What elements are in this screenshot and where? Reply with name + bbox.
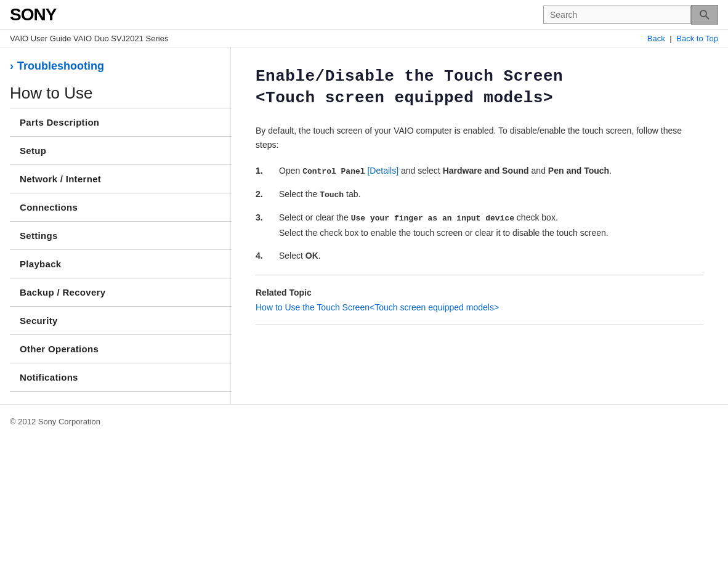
- hardware-sound-label: Hardware and Sound: [443, 166, 529, 176]
- sidebar-item-playback[interactable]: Playback: [10, 250, 230, 278]
- nav-links: Back | Back to Top: [647, 34, 718, 43]
- content-divider-1: [256, 275, 703, 275]
- sidebar-item-security[interactable]: Security: [10, 307, 230, 334]
- step-2-text: Select the Touch tab.: [279, 187, 703, 202]
- search-area: [543, 5, 718, 25]
- subheader: VAIO User Guide VAIO Duo SVJ2021 Series …: [0, 30, 728, 47]
- step-2-num: 2.: [256, 187, 273, 202]
- article-intro: By default, the touch screen of your VAI…: [256, 124, 703, 152]
- sidebar: › Troubleshooting How to Use Parts Descr…: [0, 47, 231, 404]
- troubleshooting-arrow-icon: ›: [10, 60, 14, 73]
- related-topic-link[interactable]: How to Use the Touch Screen<Touch screen…: [256, 302, 499, 312]
- guide-title: VAIO User Guide VAIO Duo SVJ2021 Series: [10, 34, 168, 43]
- main-content: Enable/Disable the Touch Screen<Touch sc…: [231, 47, 728, 404]
- sidebar-divider: [10, 391, 232, 392]
- copyright: © 2012 Sony Corporation: [10, 417, 100, 426]
- ok-label: OK: [305, 251, 318, 261]
- control-panel-label: Control Panel: [302, 167, 365, 176]
- step-3-num: 3.: [256, 211, 273, 240]
- troubleshooting-section: › Troubleshooting: [10, 60, 230, 73]
- sidebar-item-setup[interactable]: Setup: [10, 137, 230, 164]
- sony-logo: SONY: [10, 5, 56, 25]
- back-to-top-link[interactable]: Back to Top: [676, 34, 718, 43]
- step-3: 3. Select or clear the Use your finger a…: [256, 211, 703, 240]
- step-1-text: Open Control Panel [Details] and select …: [279, 164, 703, 179]
- sidebar-item-notifications[interactable]: Notifications: [10, 363, 230, 391]
- step-4-text: Select OK.: [279, 249, 703, 262]
- step-4-num: 4.: [256, 249, 273, 262]
- steps-list: 1. Open Control Panel [Details] and sele…: [256, 164, 703, 262]
- sidebar-item-parts-description[interactable]: Parts Description: [10, 108, 230, 136]
- sidebar-item-settings[interactable]: Settings: [10, 222, 230, 249]
- step-2: 2. Select the Touch tab.: [256, 187, 703, 202]
- touch-tab-label: Touch: [320, 190, 344, 200]
- details-link[interactable]: [Details]: [367, 166, 398, 176]
- step-3-sub: Select the check box to enable the touch…: [279, 226, 703, 240]
- sidebar-item-network-internet[interactable]: Network / Internet: [10, 165, 230, 193]
- step-1-num: 1.: [256, 164, 273, 179]
- svg-point-0: [700, 10, 706, 17]
- article-title: Enable/Disable the Touch Screen<Touch sc…: [256, 66, 703, 109]
- sidebar-item-backup-recovery[interactable]: Backup / Recovery: [10, 278, 230, 306]
- step-3-text: Select or clear the Use your finger as a…: [279, 211, 703, 240]
- nav-separator: |: [669, 34, 671, 43]
- search-button[interactable]: [691, 5, 718, 25]
- header: SONY: [0, 0, 728, 30]
- troubleshooting-title[interactable]: Troubleshooting: [17, 60, 104, 73]
- pen-touch-label: Pen and Touch: [548, 166, 609, 176]
- search-icon: [699, 9, 710, 20]
- how-to-use-heading: How to Use: [10, 84, 230, 103]
- back-link[interactable]: Back: [647, 34, 665, 43]
- content-divider-2: [256, 325, 703, 325]
- layout: › Troubleshooting How to Use Parts Descr…: [0, 47, 728, 404]
- related-topic-label: Related Topic: [256, 288, 703, 297]
- search-input[interactable]: [543, 6, 691, 24]
- sidebar-item-connections[interactable]: Connections: [10, 193, 230, 221]
- footer: © 2012 Sony Corporation: [0, 404, 728, 439]
- sidebar-item-other-operations[interactable]: Other Operations: [10, 335, 230, 363]
- step-1: 1. Open Control Panel [Details] and sele…: [256, 164, 703, 179]
- checkbox-label: Use your finger as an input device: [351, 214, 514, 223]
- step-4: 4. Select OK.: [256, 249, 703, 262]
- svg-line-1: [706, 16, 709, 19]
